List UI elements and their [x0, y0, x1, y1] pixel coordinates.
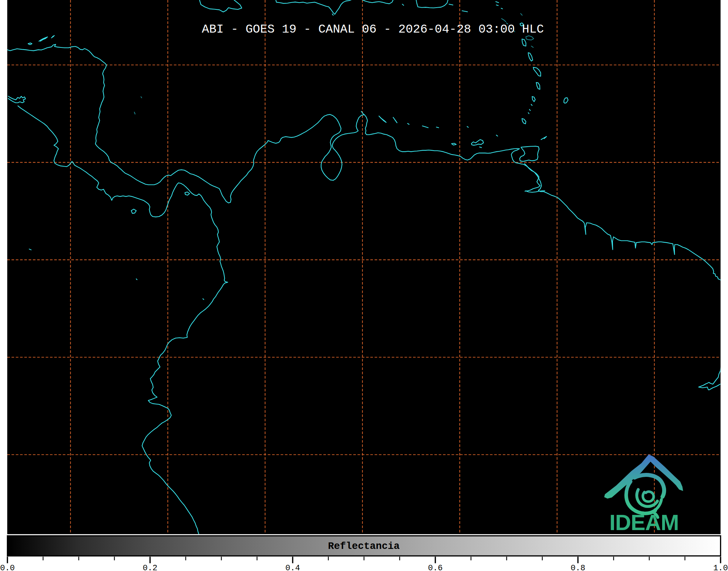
svg-text:IDEAM: IDEAM — [609, 510, 679, 535]
svg-text:1.0: 1.0 — [713, 563, 728, 571]
svg-text:0.6: 0.6 — [428, 563, 443, 571]
svg-text:ABI - GOES 19 - CANAL 06 - 202: ABI - GOES 19 - CANAL 06 - 2026-04-28 03… — [202, 22, 544, 36]
svg-text:Reflectancia: Reflectancia — [328, 541, 400, 552]
svg-text:0.4: 0.4 — [285, 563, 300, 571]
svg-text:0.2: 0.2 — [143, 563, 157, 571]
svg-text:0.8: 0.8 — [571, 563, 585, 571]
svg-text:0.0: 0.0 — [0, 563, 15, 571]
